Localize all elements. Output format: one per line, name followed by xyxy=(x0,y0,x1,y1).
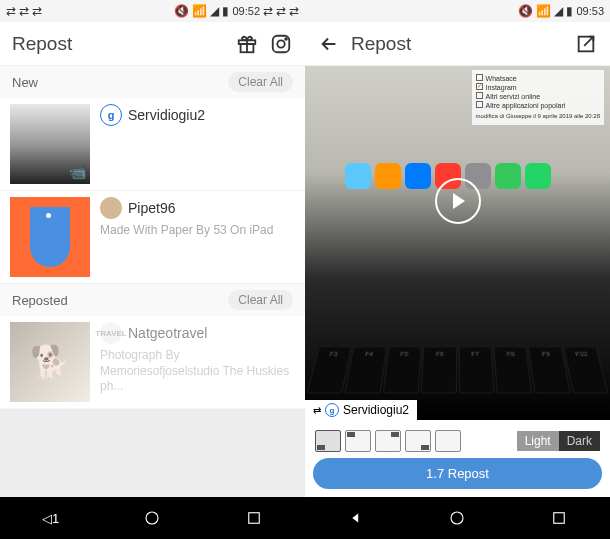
repost-button[interactable]: 1.7 Repost xyxy=(313,458,602,489)
mute-icon: 🔇 xyxy=(174,4,189,18)
repost-glyph-icon: ⇄ xyxy=(276,4,286,18)
svg-rect-9 xyxy=(554,513,565,524)
position-bottom-right[interactable] xyxy=(405,430,431,452)
battery-icon: ▮ xyxy=(222,4,229,18)
list-item[interactable]: TRAVEL Natgeotravel Photograph By Memori… xyxy=(0,316,305,409)
wifi-icon: 📶 xyxy=(192,4,207,18)
instagram-icon[interactable] xyxy=(269,32,293,56)
gift-icon[interactable] xyxy=(235,32,259,56)
section-new: New Clear All xyxy=(0,66,305,98)
keyboard-overlay: F3F4F5F6 F7F8F9F10 xyxy=(298,346,610,393)
media-preview[interactable]: Whatsace Instagram Altri servizi online … xyxy=(305,66,610,420)
attribution-user: Servidiogiu2 xyxy=(343,403,409,417)
app-bar: Repost xyxy=(305,22,610,66)
username: Pipet96 xyxy=(128,200,175,216)
play-icon[interactable] xyxy=(435,178,481,224)
svg-point-8 xyxy=(451,512,463,524)
nav-back-button[interactable]: ◁1 xyxy=(42,511,59,526)
repost-glyph-icon: ⇄ xyxy=(313,405,321,416)
caption: Made With Paper By 53 On iPad xyxy=(100,223,295,239)
avatar: TRAVEL xyxy=(100,322,122,344)
battery-icon: ▮ xyxy=(566,4,573,18)
list-item[interactable]: 📹 g Servidiogiu2 xyxy=(0,98,305,191)
empty-space xyxy=(0,409,305,497)
signal-icon: ◢ xyxy=(210,4,219,18)
thumbnail xyxy=(10,322,90,402)
position-top-left[interactable] xyxy=(345,430,371,452)
nav-back-button[interactable] xyxy=(347,509,365,527)
position-bottom-left[interactable] xyxy=(315,430,341,452)
svg-rect-6 xyxy=(249,513,260,524)
repost-glyph-icon: ⇄ xyxy=(289,4,299,18)
clock: 09:52 xyxy=(232,5,260,17)
open-external-icon[interactable] xyxy=(574,32,598,56)
thumbnail xyxy=(10,197,90,277)
svg-point-5 xyxy=(146,512,158,524)
clear-all-button[interactable]: Clear All xyxy=(228,72,293,92)
status-bar: 🔇 📶 ◢ ▮ 09:53 xyxy=(305,0,610,22)
clock: 09:53 xyxy=(576,5,604,17)
svg-point-4 xyxy=(285,38,287,40)
status-bar: ⇄ ⇄ ⇄ 🔇 📶 ◢ ▮ 09:52 ⇄ ⇄ ⇄ xyxy=(0,0,305,22)
attribution-badge: ⇄ g Servidiogiu2 xyxy=(305,400,417,420)
page-title: Repost xyxy=(12,33,225,55)
nav-home-button[interactable] xyxy=(143,509,161,527)
nav-home-button[interactable] xyxy=(448,509,466,527)
repost-glyph-icon: ⇄ xyxy=(32,4,42,18)
back-arrow-icon[interactable] xyxy=(317,32,341,56)
nav-bar: ◁1 xyxy=(0,497,305,539)
svg-point-3 xyxy=(277,40,284,47)
app-bar: Repost xyxy=(0,22,305,66)
nav-recent-button[interactable] xyxy=(245,509,263,527)
page-title: Repost xyxy=(351,33,564,55)
theme-dark-button[interactable]: Dark xyxy=(559,431,600,451)
nav-bar xyxy=(305,497,610,539)
thumbnail: 📹 xyxy=(10,104,90,184)
position-none[interactable] xyxy=(435,430,461,452)
signal-icon: ◢ xyxy=(554,4,563,18)
mute-icon: 🔇 xyxy=(518,4,533,18)
username: Servidiogiu2 xyxy=(128,107,205,123)
username: Natgeotravel xyxy=(128,325,207,341)
section-label: Reposted xyxy=(12,293,228,308)
controls: Light Dark 1.7 Repost xyxy=(305,420,610,497)
video-icon: 📹 xyxy=(69,164,86,180)
section-label: New xyxy=(12,75,228,90)
nav-recent-button[interactable] xyxy=(550,509,568,527)
theme-toggle: Light Dark xyxy=(517,431,600,451)
list-item[interactable]: Pipet96 Made With Paper By 53 On iPad xyxy=(0,191,305,284)
position-top-right[interactable] xyxy=(375,430,401,452)
theme-light-button[interactable]: Light xyxy=(517,431,559,451)
clear-all-button[interactable]: Clear All xyxy=(228,290,293,310)
repost-glyph-icon: ⇄ xyxy=(6,4,16,18)
caption: Photograph By Memoriesofjoselstudio The … xyxy=(100,348,295,395)
section-reposted: Reposted Clear All xyxy=(0,284,305,316)
avatar: g xyxy=(100,104,122,126)
repost-glyph-icon: ⇄ xyxy=(19,4,29,18)
phone-left: ⇄ ⇄ ⇄ 🔇 📶 ◢ ▮ 09:52 ⇄ ⇄ ⇄ Repost xyxy=(0,0,305,539)
phone-right: 🔇 📶 ◢ ▮ 09:53 Repost Whatsace Instagram … xyxy=(305,0,610,539)
repost-glyph-icon: ⇄ xyxy=(263,4,273,18)
checklist-overlay: Whatsace Instagram Altri servizi online … xyxy=(472,70,604,125)
avatar xyxy=(100,197,122,219)
wifi-icon: 📶 xyxy=(536,4,551,18)
